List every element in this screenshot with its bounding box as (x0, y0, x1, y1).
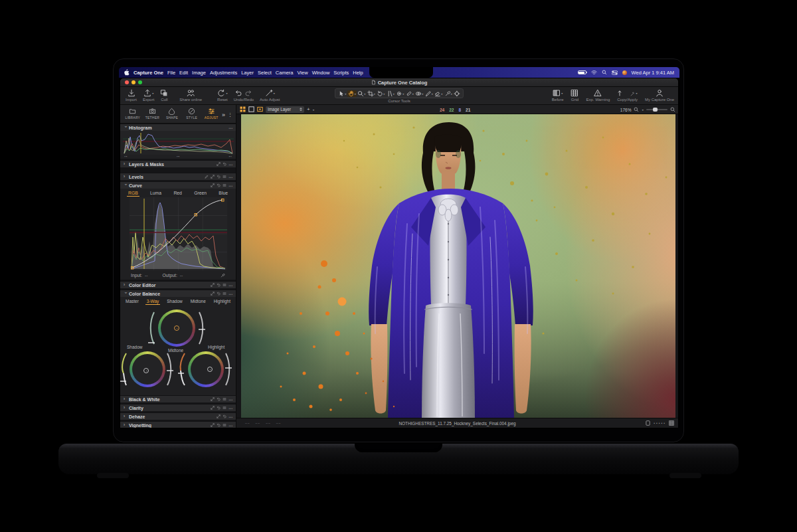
more-icon[interactable]: ⋯ (228, 162, 232, 167)
image-filename[interactable]: NOTHIGHESTRES_11.7.25_Hockney_Selects_Fi… (398, 421, 515, 426)
panel-header-dehaze[interactable]: ›Dehaze ⋯ (120, 412, 236, 420)
my-capture-one-button[interactable]: My Capture One (645, 88, 674, 102)
menu-adjustments[interactable]: Adjustments (210, 70, 237, 76)
menu-file[interactable]: File (167, 70, 175, 76)
select-tool[interactable]: ▾ (337, 90, 347, 97)
reset-icon[interactable] (217, 397, 221, 401)
pan-tool[interactable]: ▾ (347, 90, 357, 97)
link-icon[interactable] (211, 397, 215, 401)
exposure-warning-button[interactable]: Exp. Warning (586, 88, 610, 102)
panel-header-color-balance[interactable]: ›Color Balance ⋯ (120, 290, 236, 297)
spotlight-search-icon[interactable] (602, 70, 607, 75)
highlight-color-wheel[interactable] (188, 351, 224, 387)
menu-help[interactable]: Help (353, 70, 363, 76)
more-icon[interactable]: ⋯ (228, 414, 232, 419)
zoom-slider-thumb[interactable] (653, 108, 658, 112)
panel-header-histogram[interactable]: ›Histogram ⋯ (120, 124, 236, 131)
panel-header-clarity[interactable]: ›Clarity ⋯ (120, 404, 236, 411)
share-online-button[interactable]: Share online (179, 88, 202, 102)
minimize-window-button[interactable] (132, 80, 135, 84)
layer-stepper-icon[interactable] (300, 108, 302, 111)
erase-mask-tool[interactable]: ▾ (434, 90, 444, 97)
shadow-saturation-slider[interactable] (120, 351, 128, 388)
reset-icon[interactable] (217, 406, 221, 410)
browser-grid-icon[interactable] (669, 420, 674, 426)
midtone-saturation-slider[interactable] (147, 310, 156, 347)
tab-library[interactable]: LIBRARY (124, 106, 142, 123)
presets-menu-icon[interactable] (222, 423, 226, 427)
cb-tab-midtone[interactable]: Midtone (189, 298, 207, 305)
curve-graph[interactable] (120, 197, 236, 271)
control-center-icon[interactable] (612, 70, 618, 75)
highlight-lightness-slider[interactable] (224, 351, 233, 388)
curve-tab-red[interactable]: Red (172, 190, 183, 197)
panel-header-curve[interactable]: ›Curve ⋯ (120, 181, 236, 189)
reset-icon[interactable] (217, 175, 221, 179)
reset-icon[interactable] (222, 162, 226, 166)
zoom-in-icon[interactable] (670, 107, 675, 112)
presets-menu-icon[interactable] (222, 406, 226, 410)
pen-icon[interactable] (205, 175, 209, 179)
multi-view-icon[interactable] (240, 106, 246, 112)
export-button[interactable]: ▾ Export (143, 88, 154, 102)
link-icon[interactable] (217, 414, 221, 418)
menu-image[interactable]: Image (192, 70, 206, 76)
add-layer-button[interactable]: + (307, 107, 310, 112)
highlight-saturation-slider[interactable] (177, 351, 187, 388)
apple-logo-icon[interactable] (124, 69, 130, 76)
crop-tool[interactable]: ▾ (366, 90, 376, 97)
draw-mask-tool[interactable]: ▾ (424, 90, 434, 97)
loupe-tool[interactable]: ▾ (357, 90, 367, 97)
presets-menu-icon[interactable] (222, 292, 226, 296)
link-icon[interactable] (211, 423, 215, 427)
curve-tab-green[interactable]: Green (193, 190, 208, 197)
cull-button[interactable]: Cull (160, 88, 168, 102)
highlight-wheel-marker[interactable] (207, 367, 213, 372)
zoom-level[interactable]: 176% (620, 108, 632, 112)
reset-icon[interactable] (217, 423, 221, 427)
zoom-slider[interactable] (646, 109, 667, 110)
more-icon[interactable]: ⋯ (228, 175, 232, 179)
cb-tab-shadow[interactable]: Shadow (165, 298, 184, 305)
link-icon[interactable] (217, 162, 221, 166)
midtone-wheel-marker[interactable] (174, 325, 179, 331)
auto-adjust-button[interactable]: ▾ Auto Adjust (260, 88, 280, 102)
cb-tab-3way[interactable]: 3-Way (145, 298, 161, 305)
menu-app-name[interactable]: Capture One (133, 70, 163, 76)
curve-tab-blue[interactable]: Blue (217, 190, 229, 197)
single-view-icon[interactable] (248, 106, 254, 112)
panel-header-color-editor[interactable]: ›Color Editor ⋯ (120, 281, 236, 288)
target-picker-tool[interactable] (453, 90, 461, 97)
copy-apply-button[interactable]: ▾ Copy/Apply (617, 88, 638, 102)
reset-icon[interactable] (222, 414, 226, 418)
zoom-chevron-icon[interactable]: ▾ (642, 108, 644, 112)
panel-header-vignetting[interactable]: ›Vignetting ⋯ (120, 421, 236, 428)
shadow-lightness-slider[interactable] (165, 351, 175, 388)
cb-tab-master[interactable]: Master (124, 298, 140, 305)
grid-button[interactable]: Grid (571, 88, 578, 102)
presets-menu-icon[interactable] (222, 183, 226, 187)
spot-tool[interactable]: ▾ (395, 90, 405, 97)
curve-tab-luma[interactable]: Luma (149, 190, 163, 197)
midtone-lightness-slider[interactable] (197, 310, 207, 347)
proof-view-icon[interactable] (257, 106, 263, 112)
rotate-tool[interactable]: ▾ (376, 90, 386, 97)
panel-header-layers-masks[interactable]: ›Layers & Masks ⋯ (120, 160, 236, 167)
zoom-fit-icon[interactable] (634, 107, 639, 112)
color-tag-dots[interactable]: ••••• (654, 421, 666, 425)
import-button[interactable]: Import (126, 88, 137, 102)
layer-select[interactable]: Image Layer (266, 106, 304, 113)
tab-tether[interactable]: TETHER (143, 106, 162, 123)
reset-icon[interactable] (217, 292, 221, 296)
more-icon[interactable]: ⋯ (228, 283, 232, 288)
presets-menu-icon[interactable] (222, 283, 226, 287)
more-icon[interactable]: ⋯ (228, 183, 232, 188)
more-icon[interactable]: ⋯ (228, 292, 232, 296)
tab-style[interactable]: STYLE (183, 106, 201, 123)
menu-scripts[interactable]: Scripts (333, 70, 349, 76)
link-icon[interactable] (211, 292, 215, 296)
photo-canvas[interactable] (241, 114, 675, 418)
link-icon[interactable] (211, 183, 215, 187)
reset-button[interactable]: ▾ Reset (217, 88, 228, 102)
reset-icon[interactable] (217, 183, 221, 187)
